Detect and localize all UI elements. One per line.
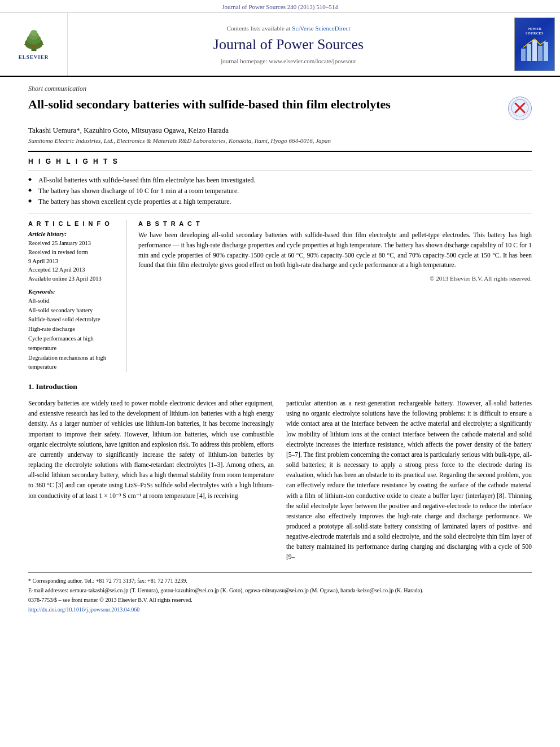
keyword-6: Degradation mechanisms at high temperatu… xyxy=(28,353,118,373)
copyright-text: © 2013 Elsevier B.V. All rights reserved… xyxy=(138,275,532,282)
intro-body: Secondary batteries are widely used to p… xyxy=(28,398,532,566)
journal-citation: Journal of Power Sources 240 (2013) 510–… xyxy=(0,0,560,13)
journal-cover-image: POWERSOURCES xyxy=(514,18,555,71)
article-dates: Received 25 January 2013 Received in rev… xyxy=(28,239,118,283)
intro-text-left: Secondary batteries are widely used to p… xyxy=(28,398,274,501)
divider-thin-2 xyxy=(28,213,532,213)
journal-cover-area: POWERSOURCES xyxy=(509,13,560,76)
footnotes-area: * Corresponding author. Tel.: +81 72 771… xyxy=(28,573,532,614)
article-type-label: Short communication xyxy=(28,85,532,93)
article-history-label: Article history: xyxy=(28,230,118,237)
available-date: Available online 23 April 2013 xyxy=(28,274,118,283)
divider-thin-1 xyxy=(28,170,532,171)
keyword-1: All-solid xyxy=(28,296,118,306)
crossmark-icon xyxy=(511,99,529,117)
elsevier-tree-icon xyxy=(14,29,54,52)
email-addresses: E-mail addresses: uemura-takashi@sei.co.… xyxy=(28,586,532,595)
abstract-column: A B S T R A C T We have been developing … xyxy=(138,220,532,372)
abstract-text: We have been developing all-solid second… xyxy=(138,230,532,270)
article-info-abstract: A R T I C L E I N F O Article history: R… xyxy=(28,220,532,372)
issn-line: 0378-7753/$ – see front matter © 2013 El… xyxy=(28,596,532,604)
highlight-item-3: The battery has shown excellent cycle pr… xyxy=(28,196,532,207)
crossmark-badge xyxy=(508,97,532,120)
affiliation-line: Sumitomo Electric Industries, Ltd., Elec… xyxy=(28,137,532,144)
revised-date: 9 April 2013 xyxy=(28,257,118,266)
sciverse-text: Contents lists available at SciVerse Sci… xyxy=(227,25,350,32)
keyword-4: High-rate discharge xyxy=(28,325,118,334)
received-date: Received 25 January 2013 xyxy=(28,239,118,248)
sciverse-link[interactable]: SciVerse ScienceDirect xyxy=(292,25,350,32)
keywords-list: All-solid All-solid secondary battery Su… xyxy=(28,296,118,372)
homepage-text: journal homepage: www.elsevier.com/locat… xyxy=(221,58,356,64)
svg-rect-9 xyxy=(532,40,537,61)
section-number: 1. xyxy=(28,382,34,391)
highlight-item-2: The battery has shown discharge of 10 C … xyxy=(28,186,532,196)
journal-title: Journal of Power Sources xyxy=(213,36,364,53)
highlight-item-1: All-solid batteries with sulfide-based t… xyxy=(28,175,532,186)
section-title: Introduction xyxy=(36,382,77,391)
doi-line: http://dx.doi.org/10.1016/j.jpowsour.201… xyxy=(28,605,532,614)
highlights-header: H I G H L I G H T S xyxy=(28,158,532,165)
svg-rect-11 xyxy=(544,42,548,61)
svg-rect-8 xyxy=(527,44,531,61)
doi-link[interactable]: http://dx.doi.org/10.1016/j.jpowsour.201… xyxy=(28,606,139,613)
article-title-area: All-solid secondary batteries with sulfi… xyxy=(28,97,532,120)
citation-text: Journal of Power Sources 240 (2013) 510–… xyxy=(222,3,338,10)
accepted-date: Accepted 12 April 2013 xyxy=(28,265,118,274)
journal-title-area: Contents lists available at SciVerse Sci… xyxy=(68,13,509,76)
main-content: Short communication All-solid secondary … xyxy=(0,77,560,626)
elsevier-brand: ELSEVIER xyxy=(19,54,49,60)
divider-thick-1 xyxy=(28,151,532,152)
keyword-2: All-solid secondary battery xyxy=(28,306,118,316)
intro-col-right: particular attention as a next-generatio… xyxy=(286,398,532,566)
svg-point-4 xyxy=(30,29,37,36)
page: Journal of Power Sources 240 (2013) 510–… xyxy=(0,0,560,747)
svg-rect-7 xyxy=(521,49,526,61)
svg-rect-10 xyxy=(538,46,542,61)
intro-section-header: 1. Introduction xyxy=(28,382,532,391)
journal-header: ELSEVIER Contents lists available at Sci… xyxy=(0,13,560,77)
revised-label: Received in revised form xyxy=(28,248,118,257)
authors-line: Takashi Uemura*, Kazuhiro Goto, Mitsuyas… xyxy=(28,126,532,135)
abstract-header: A B S T R A C T xyxy=(138,220,532,227)
cover-text: POWERSOURCES xyxy=(524,26,545,37)
publisher-logo-area: ELSEVIER xyxy=(0,13,68,76)
keyword-5: Cycle performances at high temperature xyxy=(28,334,118,353)
intro-text-right: particular attention as a next-generatio… xyxy=(286,398,532,562)
keywords-label: Keywords: xyxy=(28,288,118,295)
highlights-list: All-solid batteries with sulfide-based t… xyxy=(28,175,532,207)
cover-graphic-icon xyxy=(519,37,550,63)
article-info-column: A R T I C L E I N F O Article history: R… xyxy=(28,220,127,372)
crossmark-label xyxy=(511,99,529,119)
article-info-header: A R T I C L E I N F O xyxy=(28,220,118,227)
corresponding-author: * Corresponding author. Tel.: +81 72 771… xyxy=(28,576,532,585)
intro-col-left: Secondary batteries are widely used to p… xyxy=(28,398,274,566)
keyword-3: Sulfide-based solid electrolyte xyxy=(28,315,118,325)
article-title: All-solid secondary batteries with sulfi… xyxy=(28,97,500,113)
